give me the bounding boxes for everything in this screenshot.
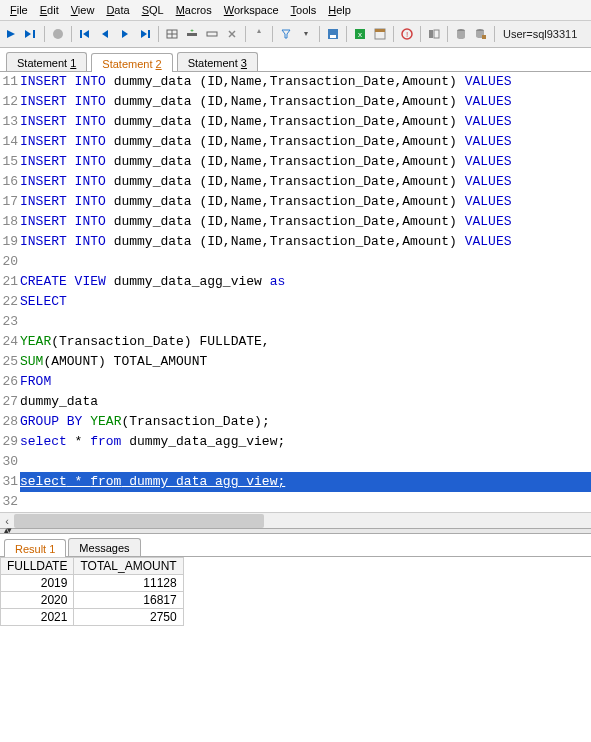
code-line[interactable]: 18INSERT INTO dummy_data (ID,Name,Transa…: [0, 212, 591, 232]
line-number: 14: [0, 132, 20, 152]
database-icon[interactable]: [452, 25, 470, 43]
pin-icon[interactable]: [250, 25, 268, 43]
result-area: FULLDATETOTAL_AMOUNT20191112820201681720…: [0, 557, 591, 677]
menu-data[interactable]: Data: [100, 2, 135, 18]
code-line[interactable]: 32: [0, 492, 591, 512]
splitter[interactable]: [0, 528, 591, 534]
code-text[interactable]: select * from dummy_data_agg_view;: [20, 472, 591, 492]
sql-editor[interactable]: 11INSERT INTO dummy_data (ID,Name,Transa…: [0, 72, 591, 512]
cell[interactable]: 16817: [74, 592, 183, 609]
delete-row-icon[interactable]: [223, 25, 241, 43]
filter-icon[interactable]: [277, 25, 295, 43]
abort-icon[interactable]: !: [398, 25, 416, 43]
filter-dropdown-icon[interactable]: [297, 25, 315, 43]
code-text[interactable]: INSERT INTO dummy_data (ID,Name,Transact…: [20, 112, 591, 132]
code-text[interactable]: INSERT INTO dummy_data (ID,Name,Transact…: [20, 72, 591, 92]
export-grid-icon[interactable]: [371, 25, 389, 43]
code-line[interactable]: 15INSERT INTO dummy_data (ID,Name,Transa…: [0, 152, 591, 172]
code-text[interactable]: CREATE VIEW dummy_data_agg_view as: [20, 272, 591, 292]
code-line[interactable]: 13INSERT INTO dummy_data (ID,Name,Transa…: [0, 112, 591, 132]
menu-help[interactable]: Help: [322, 2, 357, 18]
code-line[interactable]: 20: [0, 252, 591, 272]
code-text[interactable]: INSERT INTO dummy_data (ID,Name,Transact…: [20, 92, 591, 112]
code-line[interactable]: 30: [0, 452, 591, 472]
code-line[interactable]: 14INSERT INTO dummy_data (ID,Name,Transa…: [0, 132, 591, 152]
cell[interactable]: 2021: [1, 609, 74, 626]
cell[interactable]: 2020: [1, 592, 74, 609]
code-line[interactable]: 11INSERT INTO dummy_data (ID,Name,Transa…: [0, 72, 591, 92]
code-line[interactable]: 31select * from dummy_data_agg_view;: [0, 472, 591, 492]
nav-last-icon[interactable]: [136, 25, 154, 43]
database-objects-icon[interactable]: [472, 25, 490, 43]
result-grid[interactable]: FULLDATETOTAL_AMOUNT20191112820201681720…: [0, 557, 184, 626]
menu-tools[interactable]: Tools: [285, 2, 323, 18]
cell[interactable]: 2019: [1, 575, 74, 592]
code-line[interactable]: 26FROM: [0, 372, 591, 392]
code-text[interactable]: INSERT INTO dummy_data (ID,Name,Transact…: [20, 152, 591, 172]
code-text[interactable]: [20, 252, 591, 272]
code-line[interactable]: 12INSERT INTO dummy_data (ID,Name,Transa…: [0, 92, 591, 112]
cell[interactable]: 2750: [74, 609, 183, 626]
tab-statement-2[interactable]: Statement 2: [91, 53, 172, 72]
code-line[interactable]: 29select * from dummy_data_agg_view;: [0, 432, 591, 452]
save-icon[interactable]: [324, 25, 342, 43]
grid-icon[interactable]: [163, 25, 181, 43]
code-text[interactable]: SELECT: [20, 292, 591, 312]
code-line[interactable]: 27dummy_data: [0, 392, 591, 412]
code-line[interactable]: 19INSERT INTO dummy_data (ID,Name,Transa…: [0, 232, 591, 252]
code-line[interactable]: 17INSERT INTO dummy_data (ID,Name,Transa…: [0, 192, 591, 212]
code-line[interactable]: 28GROUP BY YEAR(Transaction_Date);: [0, 412, 591, 432]
table-row[interactable]: 202016817: [1, 592, 184, 609]
column-header[interactable]: FULLDATE: [1, 558, 74, 575]
nav-prev-icon[interactable]: [96, 25, 114, 43]
code-line[interactable]: 23: [0, 312, 591, 332]
code-line[interactable]: 24YEAR(Transaction_Date) FULLDATE,: [0, 332, 591, 352]
code-text[interactable]: INSERT INTO dummy_data (ID,Name,Transact…: [20, 172, 591, 192]
nav-first-icon[interactable]: [76, 25, 94, 43]
cell[interactable]: 11128: [74, 575, 183, 592]
code-text[interactable]: select * from dummy_data_agg_view;: [20, 432, 591, 452]
tab-statement-1[interactable]: Statement 1: [6, 52, 87, 71]
menu-edit[interactable]: Edit: [34, 2, 65, 18]
code-text[interactable]: dummy_data: [20, 392, 591, 412]
run-icon[interactable]: [2, 25, 20, 43]
result-tab-messages[interactable]: Messages: [68, 538, 140, 556]
table-row[interactable]: 20212750: [1, 609, 184, 626]
result-tab-result-1[interactable]: Result 1: [4, 539, 66, 557]
menu-workspace[interactable]: Workspace: [218, 2, 285, 18]
code-text[interactable]: [20, 312, 591, 332]
menu-macros[interactable]: Macros: [170, 2, 218, 18]
code-text[interactable]: INSERT INTO dummy_data (ID,Name,Transact…: [20, 232, 591, 252]
insert-row-icon[interactable]: +: [183, 25, 201, 43]
code-line[interactable]: 21CREATE VIEW dummy_data_agg_view as: [0, 272, 591, 292]
code-text[interactable]: INSERT INTO dummy_data (ID,Name,Transact…: [20, 132, 591, 152]
code-text[interactable]: GROUP BY YEAR(Transaction_Date);: [20, 412, 591, 432]
table-row[interactable]: 201911128: [1, 575, 184, 592]
code-text[interactable]: [20, 492, 591, 512]
horizontal-scrollbar[interactable]: ‹: [0, 512, 591, 528]
menu-sql[interactable]: SQL: [136, 2, 170, 18]
code-line[interactable]: 25SUM(AMOUNT) TOTAL_AMOUNT: [0, 352, 591, 372]
tab-statement-3[interactable]: Statement 3: [177, 52, 258, 71]
layout-icon[interactable]: [425, 25, 443, 43]
export-excel-icon[interactable]: x: [351, 25, 369, 43]
code-text[interactable]: [20, 452, 591, 472]
code-text[interactable]: INSERT INTO dummy_data (ID,Name,Transact…: [20, 192, 591, 212]
scrollbar-thumb[interactable]: [14, 514, 264, 528]
menu-view[interactable]: View: [65, 2, 101, 18]
edit-row-icon[interactable]: [203, 25, 221, 43]
code-text[interactable]: INSERT INTO dummy_data (ID,Name,Transact…: [20, 212, 591, 232]
toolbar-separator: [245, 26, 246, 42]
svg-marker-1: [25, 30, 31, 38]
code-text[interactable]: FROM: [20, 372, 591, 392]
code-line[interactable]: 22SELECT: [0, 292, 591, 312]
column-header[interactable]: TOTAL_AMOUNT: [74, 558, 183, 575]
nav-next-icon[interactable]: [116, 25, 134, 43]
menu-file[interactable]: File: [4, 2, 34, 18]
stop-icon[interactable]: [49, 25, 67, 43]
run-to-cursor-icon[interactable]: [22, 25, 40, 43]
code-line[interactable]: 16INSERT INTO dummy_data (ID,Name,Transa…: [0, 172, 591, 192]
code-text[interactable]: YEAR(Transaction_Date) FULLDATE,: [20, 332, 591, 352]
line-number: 13: [0, 112, 20, 132]
code-text[interactable]: SUM(AMOUNT) TOTAL_AMOUNT: [20, 352, 591, 372]
